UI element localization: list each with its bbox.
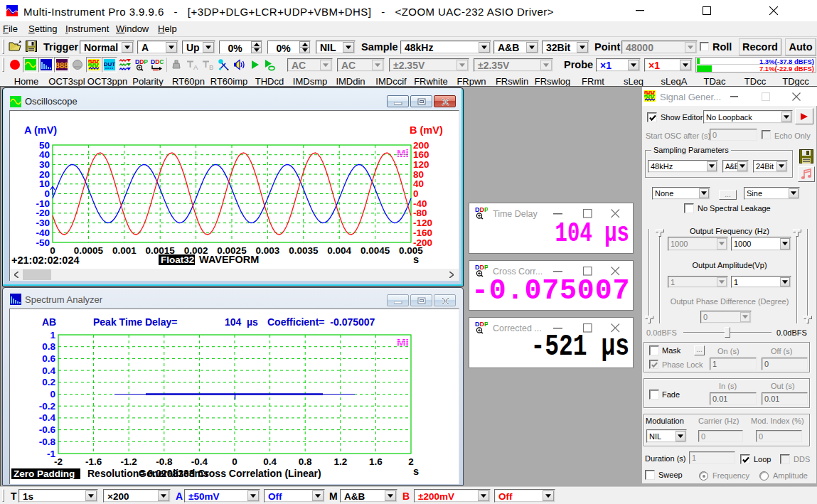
- svg-text:-1.6: -1.6: [85, 456, 102, 467]
- svg-text:Peak Time Delay=: Peak Time Delay=: [93, 316, 177, 328]
- svg-text:µs: µs: [247, 316, 258, 328]
- svg-text:A (mV): A (mV): [24, 124, 57, 136]
- svg-text:0.2: 0.2: [42, 377, 55, 387]
- svg-text:1.6: 1.6: [369, 456, 383, 467]
- svg-text:888: 888: [56, 61, 68, 70]
- svg-text:DDP: DDP: [475, 264, 488, 271]
- svg-text:0.0045: 0.0045: [361, 245, 390, 256]
- svg-text:B: B: [209, 63, 213, 71]
- svg-text:s: s: [413, 254, 419, 265]
- svg-text:+21:02:02:024: +21:02:02:024: [11, 254, 80, 266]
- svg-text:-0.8: -0.8: [156, 456, 173, 467]
- svg-text:-2: -2: [54, 456, 63, 467]
- svg-text:0: 0: [232, 456, 237, 467]
- svg-text:104: 104: [225, 316, 242, 328]
- svg-text:Generalized Cross Correlation: Generalized Cross Correlation (Linear): [139, 468, 321, 479]
- svg-text:-50: -50: [36, 237, 50, 248]
- svg-text:Zero Padding: Zero Padding: [14, 468, 75, 479]
- svg-text:Coefficient= -0.075007: Coefficient= -0.075007: [267, 316, 375, 328]
- svg-text:0.005: 0.005: [399, 245, 423, 256]
- svg-text:0.4: 0.4: [42, 365, 55, 376]
- svg-text:Mi: Mi: [397, 147, 409, 159]
- svg-text:DDC: DDC: [151, 59, 164, 65]
- svg-text:0.004: 0.004: [327, 245, 351, 256]
- svg-text:DDP: DDP: [135, 59, 148, 65]
- svg-text:-0.2: -0.2: [39, 401, 55, 412]
- svg-text:0.001: 0.001: [112, 245, 137, 256]
- svg-text:0.8: 0.8: [299, 456, 312, 467]
- svg-text:0.4: 0.4: [263, 456, 277, 467]
- svg-text:-0.4: -0.4: [191, 456, 208, 467]
- svg-text:DDP: DDP: [475, 321, 488, 328]
- svg-text:DUT: DUT: [104, 61, 115, 68]
- svg-text:A: A: [193, 63, 198, 71]
- svg-text:0.6: 0.6: [42, 353, 55, 364]
- svg-text:Float32: Float32: [161, 254, 194, 265]
- svg-text:0.003: 0.003: [256, 245, 280, 256]
- svg-text:0.0035: 0.0035: [289, 245, 319, 256]
- svg-text:MI: MI: [397, 336, 409, 348]
- svg-text:AB: AB: [42, 316, 56, 328]
- svg-text:-1.2: -1.2: [121, 456, 137, 467]
- svg-text:0: 0: [50, 389, 55, 400]
- svg-text:DDP: DDP: [475, 206, 488, 213]
- svg-text:s: s: [413, 466, 419, 477]
- svg-text:B (mV): B (mV): [410, 124, 443, 136]
- svg-text:WAVEFORM: WAVEFORM: [199, 254, 259, 265]
- svg-text:-0.6: -0.6: [39, 424, 56, 435]
- svg-text:-0.4: -0.4: [39, 412, 56, 423]
- svg-text:-0.8: -0.8: [39, 436, 56, 447]
- svg-text:0.8: 0.8: [42, 341, 55, 352]
- svg-text:1: 1: [50, 330, 55, 341]
- svg-text:1.2: 1.2: [333, 456, 347, 467]
